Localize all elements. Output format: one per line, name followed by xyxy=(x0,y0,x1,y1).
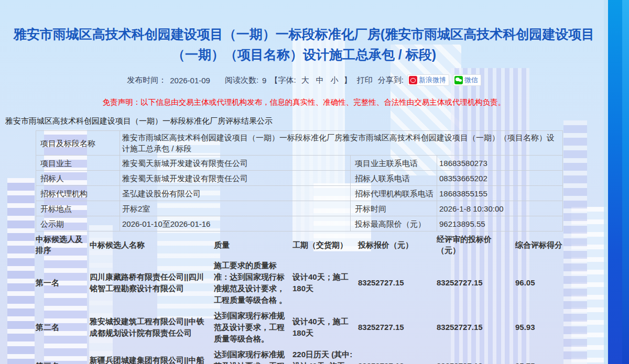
table-row: 公示期 2026-01-10至2026-01-16 投标最高限价（元） 9621… xyxy=(36,216,563,231)
detail-label: 项目及标段名称 xyxy=(36,131,120,156)
bid-price-cell: 83252727.18 xyxy=(356,347,435,364)
detail-label: 公示期 xyxy=(36,216,120,231)
column-header: 投标报价（元） xyxy=(356,231,435,258)
table-row: 项目及标段名称 雅安市雨城区高技术科创园建设项目（一期）一标段标准化厂房雅安市雨… xyxy=(36,131,563,156)
detail-label: 开标地点 xyxy=(36,201,120,216)
quality-cell: 施工要求的质量标准：达到国家现行标准规范及设计要求，工程质量等级合格 。 xyxy=(212,258,291,308)
right-blue-band-inner xyxy=(622,0,629,364)
detail-value: 雅安蜀天新城开发建设有限责任公司 xyxy=(120,171,351,186)
evaluated-price-cell: 83252727.15 xyxy=(435,308,514,347)
detail-label: 招标代理机构联系电话 xyxy=(351,186,437,201)
font-size-open-bracket: 【字体: xyxy=(270,75,296,85)
detail-label: 项目业主联系电话 xyxy=(351,156,437,171)
share-weibo-button[interactable]: 新浪微博 xyxy=(407,74,449,86)
detail-label: 项目业主 xyxy=(36,156,120,171)
project-details-table: 项目及标段名称 雅安市雨城区高技术科创园建设项目（一期）一标段标准化厂房雅安市雨… xyxy=(36,130,563,231)
ranking-row: 第二名 雅安城投建筑工程有限公司||中铁成都规划设计院有限责任公司 达到国家现行… xyxy=(34,308,566,347)
font-size-close-bracket: 】 xyxy=(344,75,352,85)
score-cell: 96.05 xyxy=(514,258,566,308)
print-link[interactable]: 打印 xyxy=(355,75,374,85)
column-header: 经评审的投标价（元） xyxy=(435,231,514,258)
duration-cell: 设计40天，施工180天 xyxy=(291,308,356,347)
bid-ranking-table: 中标候选人及排序 中标候选人名称 质量 工期（交货期） 投标报价（元） 经评审的… xyxy=(34,231,566,364)
detail-label: 招标人联系电话 xyxy=(351,171,437,186)
detail-value: 18683580273 xyxy=(437,156,563,171)
detail-value: 雅安蜀天新城开发建设有限责任公司 xyxy=(120,156,351,171)
font-size-medium-link[interactable]: 中 xyxy=(314,75,326,85)
rank-cell: 第一名 xyxy=(34,258,88,308)
right-blue-band xyxy=(608,0,629,364)
band-edge-stripe xyxy=(604,0,608,364)
column-header: 中标候选人名称 xyxy=(88,231,212,258)
bidder-name-cell: 新疆兵团城建集团有限公司||中船第九设计研究院工程有限公司 xyxy=(88,347,212,364)
share-label: 分享到: xyxy=(378,75,404,85)
ranking-row: 第三名 新疆兵团城建集团有限公司||中船第九设计研究院工程有限公司 达到国家现行… xyxy=(34,347,566,364)
bid-price-cell: 83252727.15 xyxy=(356,258,435,308)
publish-time-value: 2026-01-09 xyxy=(170,76,210,85)
detail-value: 2026-1-8 10:30:00 xyxy=(437,201,563,216)
bidder-name-cell: 雅安城投建筑工程有限公司||中铁成都规划设计院有限责任公司 xyxy=(88,308,212,347)
announcement-subtitle: 雅安市雨城区高技术科创园建设项目（一期）一标段标准化厂房评标结果公示 xyxy=(5,116,608,126)
detail-value: 08353665202 xyxy=(437,171,563,186)
views-count: 9 xyxy=(262,76,266,85)
rank-cell: 第三名 xyxy=(34,347,88,364)
weibo-icon xyxy=(409,76,417,84)
table-row: 项目业主 雅安蜀天新城开发建设有限责任公司 项目业主联系电话 186835802… xyxy=(36,156,563,171)
column-header: 中标候选人及排序 xyxy=(34,231,88,258)
page-title: 雅安市雨城区高技术科创园建设项目（一期）一标段标准化厂房(雅安市雨城区高技术科创… xyxy=(6,24,602,65)
score-cell: 95.75 xyxy=(514,347,566,364)
bidder-name-cell: 四川康藏路桥有限责任公司||四川铭智工程勘察设计有限公司 xyxy=(88,258,212,308)
weibo-label: 新浪微博 xyxy=(419,75,446,85)
score-cell: 95.93 xyxy=(514,308,566,347)
column-header: 质量 xyxy=(212,231,291,258)
font-size-large-link[interactable]: 大 xyxy=(300,75,311,85)
wechat-label: 微信 xyxy=(464,75,478,85)
quality-cell: 达到国家现行标准规范及设计要求，工程质量等级合格 xyxy=(212,347,291,364)
evaluated-price-cell: 83252727.15 xyxy=(435,258,514,308)
table-row: 招标人 雅安蜀天新城开发建设有限责任公司 招标人联系电话 08353665202 xyxy=(36,171,563,186)
duration-cell: 设计40天；施工180天 xyxy=(291,258,356,308)
ranking-row: 第一名 四川康藏路桥有限责任公司||四川铭智工程勘察设计有限公司 施工要求的质量… xyxy=(34,258,566,308)
detail-value: 开标2室 xyxy=(120,201,351,216)
detail-label: 招标代理机构 xyxy=(36,186,120,201)
column-header: 综合评标得分 xyxy=(514,231,566,258)
quality-cell: 达到国家现行标准规范及设计要求，工程质量等级合格。 xyxy=(212,308,291,347)
detail-value: 2026-01-10至2026-01-16 xyxy=(120,216,351,231)
wechat-icon xyxy=(454,76,463,84)
detail-value: 96213895.55 xyxy=(437,216,563,231)
detail-value: 18683855155 xyxy=(437,186,563,201)
rank-cell: 第二名 xyxy=(34,308,88,347)
detail-value: 圣弘建设股份有限公司 xyxy=(120,186,351,201)
evaluated-price-cell: 83252727.18 xyxy=(435,347,514,364)
detail-label: 开标时间 xyxy=(351,201,437,216)
bid-price-cell: 83252727.15 xyxy=(356,308,435,347)
share-wechat-button[interactable]: 微信 xyxy=(453,74,481,86)
detail-label: 投标最高限价（元） xyxy=(351,216,437,231)
detail-label: 招标人 xyxy=(36,171,120,186)
ranking-header-row: 中标候选人及排序 中标候选人名称 质量 工期（交货期） 投标报价（元） 经评审的… xyxy=(34,231,566,258)
views-label: 阅读次数: xyxy=(225,75,258,85)
main-content: 雅安市雨城区高技术科创园建设项目（一期）一标段标准化厂房(雅安市雨城区高技术科创… xyxy=(0,24,608,364)
detail-value: 雅安市雨城区高技术科创园建设项目（一期）一标段标准化厂房雅安市雨城区高技术科创园… xyxy=(120,131,563,156)
table-row: 开标地点 开标2室 开标时间 2026-1-8 10:30:00 xyxy=(36,201,563,216)
disclaimer-text: 免责声明：以下信息由交易主体或代理机构发布，信息的真实性、准确性、完整性、合法性… xyxy=(0,97,608,107)
font-size-small-link[interactable]: 小 xyxy=(329,75,340,85)
meta-bar: 发布时间： 2026-01-09 阅读次数: 9 【字体: 大 中 小 】 打印… xyxy=(0,74,608,86)
table-row: 招标代理机构 圣弘建设股份有限公司 招标代理机构联系电话 18683855155 xyxy=(36,186,563,201)
publish-time-label: 发布时间： xyxy=(127,75,166,85)
duration-cell: 220日历天 (其中: 设计40天, 施工180天) xyxy=(291,347,356,364)
column-header: 工期（交货期） xyxy=(291,231,356,258)
